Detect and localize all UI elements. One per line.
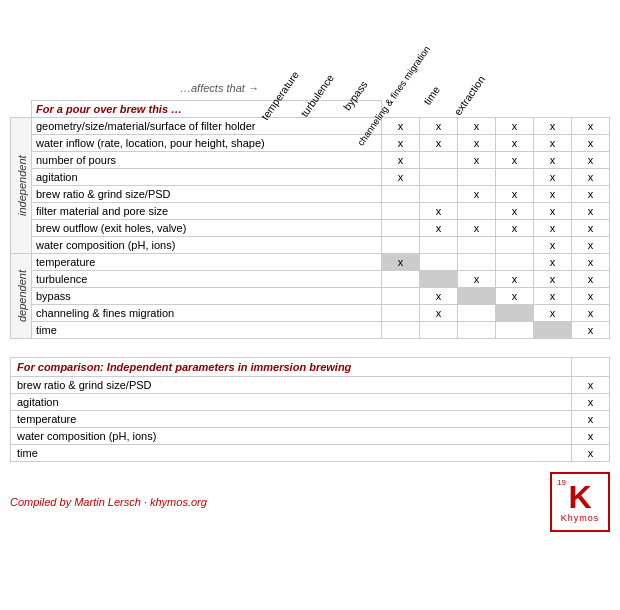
comp-cell-2: x bbox=[572, 411, 610, 428]
cell-d4-1 bbox=[420, 322, 458, 339]
cell-d1-0 bbox=[382, 271, 420, 288]
cell-d3-4: x bbox=[534, 305, 572, 322]
row-brew-outflow: brew outflow (exit holes, valve) bbox=[32, 220, 382, 237]
cell-1-3: x bbox=[496, 135, 534, 152]
cell-3-5: x bbox=[572, 169, 610, 186]
dependent-label: dependent bbox=[11, 254, 32, 339]
row-dep-time: time bbox=[32, 322, 382, 339]
row-dep-turbulence: turbulence bbox=[32, 271, 382, 288]
cell-d4-0 bbox=[382, 322, 420, 339]
cell-5-2 bbox=[458, 203, 496, 220]
table-row: brew ratio & grind size/PSD x x x x bbox=[11, 186, 610, 203]
cell-0-5: x bbox=[572, 118, 610, 135]
cell-1-1: x bbox=[420, 135, 458, 152]
cell-d4-3 bbox=[496, 322, 534, 339]
comp-cell-1: x bbox=[572, 394, 610, 411]
cell-5-4: x bbox=[534, 203, 572, 220]
list-item: time x bbox=[11, 445, 610, 462]
cell-2-5: x bbox=[572, 152, 610, 169]
cell-d3-3 bbox=[496, 305, 534, 322]
comp-row-agitation: agitation bbox=[11, 394, 572, 411]
cell-0-1: x bbox=[420, 118, 458, 135]
row-dep-bypass: bypass bbox=[32, 288, 382, 305]
cell-d3-1: x bbox=[420, 305, 458, 322]
col-header-bypass: bypass bbox=[343, 10, 381, 100]
cell-1-2: x bbox=[458, 135, 496, 152]
cell-d2-2 bbox=[458, 288, 496, 305]
cell-7-4: x bbox=[534, 237, 572, 254]
cell-7-1 bbox=[420, 237, 458, 254]
row-brew-ratio: brew ratio & grind size/PSD bbox=[32, 186, 382, 203]
cell-0-4: x bbox=[534, 118, 572, 135]
col-header-extraction: extraction bbox=[457, 10, 495, 100]
table-row: water composition (pH, ions) x x bbox=[11, 237, 610, 254]
cell-d1-3: x bbox=[496, 271, 534, 288]
cell-d2-1: x bbox=[420, 288, 458, 305]
table-row: channeling & fines migration x x x bbox=[11, 305, 610, 322]
cell-d3-5: x bbox=[572, 305, 610, 322]
comp-cell-3: x bbox=[572, 428, 610, 445]
cell-2-4: x bbox=[534, 152, 572, 169]
cell-4-5: x bbox=[572, 186, 610, 203]
cell-0-2: x bbox=[458, 118, 496, 135]
row-number-of-pours: number of pours bbox=[32, 152, 382, 169]
cell-1-0: x bbox=[382, 135, 420, 152]
cell-3-2 bbox=[458, 169, 496, 186]
cell-0-3: x bbox=[496, 118, 534, 135]
col-header-temperature: temperature bbox=[267, 10, 305, 100]
cell-d2-5: x bbox=[572, 288, 610, 305]
khymos-badge: 19 K Khymos bbox=[550, 472, 610, 532]
cell-2-3: x bbox=[496, 152, 534, 169]
for-label: For a pour over brew this … bbox=[32, 101, 382, 118]
table-row: time x bbox=[11, 322, 610, 339]
cell-2-1 bbox=[420, 152, 458, 169]
row-agitation: agitation bbox=[32, 169, 382, 186]
row-dep-channeling: channeling & fines migration bbox=[32, 305, 382, 322]
cell-d1-4: x bbox=[534, 271, 572, 288]
table-row: dependent temperature x x x bbox=[11, 254, 610, 271]
cell-5-0 bbox=[382, 203, 420, 220]
col-header-turbulence: turbulence bbox=[305, 10, 343, 100]
row-filter-geometry: geometry/size/material/surface of filter… bbox=[32, 118, 382, 135]
comp-row-brew-ratio: brew ratio & grind size/PSD bbox=[11, 377, 572, 394]
comp-cell-0: x bbox=[572, 377, 610, 394]
cell-5-1: x bbox=[420, 203, 458, 220]
cell-7-3 bbox=[496, 237, 534, 254]
cell-5-3: x bbox=[496, 203, 534, 220]
cell-7-2 bbox=[458, 237, 496, 254]
cell-2-0: x bbox=[382, 152, 420, 169]
cell-d1-1 bbox=[420, 271, 458, 288]
table-row: water inflow (rate, location, pour heigh… bbox=[11, 135, 610, 152]
cell-d0-3 bbox=[496, 254, 534, 271]
list-item: temperature x bbox=[11, 411, 610, 428]
comp-row-time: time bbox=[11, 445, 572, 462]
comp-row-temperature: temperature bbox=[11, 411, 572, 428]
cell-6-0 bbox=[382, 220, 420, 237]
cell-2-2: x bbox=[458, 152, 496, 169]
cell-d0-5: x bbox=[572, 254, 610, 271]
compiled-by-text: Compiled by Martin Lersch · khymos.org bbox=[10, 496, 207, 508]
cell-d2-3: x bbox=[496, 288, 534, 305]
cell-3-4: x bbox=[534, 169, 572, 186]
main-table: For a pour over brew this … independent … bbox=[10, 100, 610, 339]
cell-5-5: x bbox=[572, 203, 610, 220]
cell-6-3: x bbox=[496, 220, 534, 237]
cell-7-5: x bbox=[572, 237, 610, 254]
cell-4-0 bbox=[382, 186, 420, 203]
cell-d2-0 bbox=[382, 288, 420, 305]
list-item: water composition (pH, ions) x bbox=[11, 428, 610, 445]
cell-1-4: x bbox=[534, 135, 572, 152]
cell-d0-1 bbox=[420, 254, 458, 271]
cell-6-4: x bbox=[534, 220, 572, 237]
cell-6-2: x bbox=[458, 220, 496, 237]
col-header-channeling: channeling & fines migration bbox=[381, 10, 419, 100]
affects-label: …affects that → bbox=[180, 82, 259, 100]
cell-3-0: x bbox=[382, 169, 420, 186]
cell-d0-4: x bbox=[534, 254, 572, 271]
row-water-inflow: water inflow (rate, location, pour heigh… bbox=[32, 135, 382, 152]
row-dep-temperature: temperature bbox=[32, 254, 382, 271]
cell-3-3 bbox=[496, 169, 534, 186]
cell-d2-4: x bbox=[534, 288, 572, 305]
cell-d4-5: x bbox=[572, 322, 610, 339]
cell-7-0 bbox=[382, 237, 420, 254]
